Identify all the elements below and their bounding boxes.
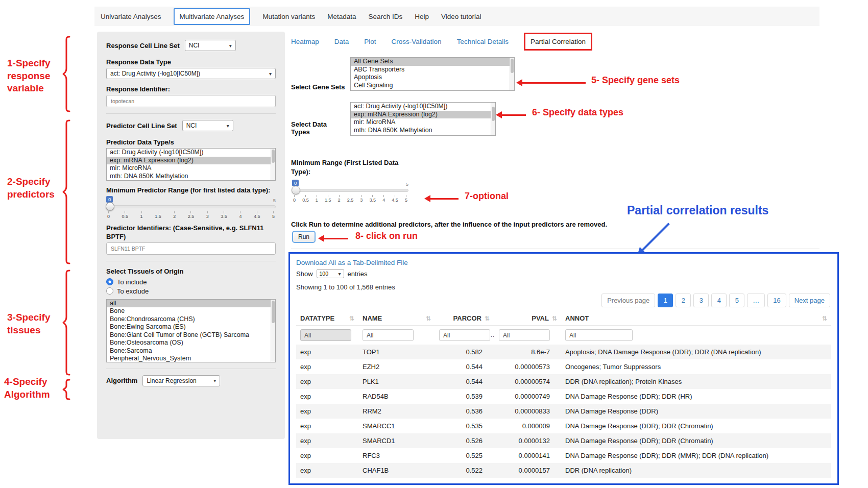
run-button[interactable]: Run: [292, 231, 316, 243]
option-peripheral-nervous-system[interactable]: Peripheral_Nervous_System: [107, 355, 275, 362]
sort-icon[interactable]: ⇅: [426, 315, 431, 322]
tab-plot[interactable]: Plot: [364, 34, 376, 50]
option-bone-sarcoma[interactable]: Bone:Sarcoma: [107, 347, 275, 355]
page-button-5[interactable]: 5: [729, 294, 744, 307]
scrollbar[interactable]: [491, 103, 495, 135]
scrollbar-thumb[interactable]: [272, 150, 275, 163]
tab-heatmap[interactable]: Heatmap: [291, 34, 319, 50]
showing-entries-text: Showing 1 to 100 of 1,568 entries: [296, 283, 831, 291]
tab-technical-details[interactable]: Technical Details: [457, 34, 509, 50]
entries-count-select[interactable]: 100 ▾: [317, 269, 344, 278]
min-predictor-range-slider[interactable]: 0 5 00.511.522.533.544.55: [106, 196, 276, 219]
slider-tick-label: 2.5: [347, 195, 354, 203]
nav-item-help[interactable]: Help: [415, 13, 429, 20]
filter-input-annot[interactable]: [565, 329, 633, 341]
pagination-ellipsis[interactable]: …: [747, 294, 765, 307]
option-mth-dna-850k-methylation[interactable]: mth: DNA 850K Methylation: [351, 127, 495, 135]
tissue-include-radio[interactable]: To include: [106, 278, 276, 286]
page-button-2[interactable]: 2: [676, 294, 691, 307]
data-types-list[interactable]: act: Drug Activity (-log10[IC50M])exp: m…: [350, 102, 496, 136]
sort-icon[interactable]: ⇅: [349, 315, 354, 322]
cell-annot: DNA Damage Response (DDR); DDR (MMR); DD…: [561, 448, 831, 463]
slider-track[interactable]: [106, 205, 276, 208]
page-button-next-page[interactable]: Next page: [789, 294, 830, 307]
download-all-link[interactable]: Download All as a Tab-Delimited File: [296, 259, 408, 266]
option-exp-mrna-expression-log2[interactable]: exp: mRNA Expression (log2): [351, 111, 495, 119]
filter-input-name[interactable]: [363, 329, 414, 341]
option-bone-giant-cell-tumor-of-bone-gctb-sarcoma[interactable]: Bone:Giant Cell Tumor of Bone (GCTB) Sar…: [107, 331, 275, 339]
option-exp-mrna-expression-log2[interactable]: exp: mRNA Expression (log2): [107, 157, 275, 165]
page-button-4[interactable]: 4: [711, 294, 727, 307]
scrollbar-thumb[interactable]: [272, 301, 275, 323]
option-bone-osteosarcoma-os[interactable]: Bone:Osteosarcoma (OS): [107, 339, 275, 347]
tab-data[interactable]: Data: [334, 34, 349, 50]
slider-tick-label: 0: [107, 211, 110, 219]
slider-ticks: 00.511.522.533.544.55: [107, 211, 275, 219]
option-bone[interactable]: Bone: [107, 307, 275, 315]
column-header-pval[interactable]: PVAL⇅: [494, 311, 561, 326]
option-all[interactable]: all: [107, 300, 275, 308]
cell-datatype: exp: [296, 433, 358, 448]
data-types-arrow-icon: [501, 114, 526, 116]
gene-sets-list[interactable]: All Gene SetsABC TransportersApoptosisCe…: [350, 57, 515, 91]
option-cell-signaling[interactable]: Cell Signaling: [351, 82, 514, 90]
gene-sets-block: Select Gene Sets All Gene SetsABC Transp…: [291, 57, 515, 91]
option-all-gene-sets[interactable]: All Gene Sets: [351, 58, 514, 66]
response-identifier-label: Response Identifier:: [106, 85, 276, 93]
option-mir-microrna[interactable]: mir: MicroRNA: [107, 164, 275, 173]
column-header-name[interactable]: NAME⇅: [358, 311, 435, 326]
nav-item-metadata[interactable]: Metadata: [327, 13, 356, 20]
scrollbar[interactable]: [271, 300, 275, 362]
scrollbar[interactable]: [271, 149, 275, 180]
page-button-16[interactable]: 16: [767, 294, 786, 307]
slider-handle[interactable]: [292, 186, 300, 194]
tissue-list[interactable]: allBoneBone:Chondrosarcoma (CHS)Bone:Ewi…: [106, 299, 276, 362]
slider-track[interactable]: [292, 189, 408, 192]
response-data-type-select[interactable]: act: Drug Activity (-log10[IC50M]) ▾: [106, 68, 276, 79]
cell-name: SMARCD1: [358, 433, 435, 448]
sort-icon[interactable]: ⇅: [822, 315, 827, 322]
option-mth-dna-850k-methylation[interactable]: mth: DNA 850K Methylation: [107, 173, 275, 181]
filter-input-pval[interactable]: [499, 329, 550, 341]
option-act-drug-activity-log10-ic50m[interactable]: act: Drug Activity (-log10[IC50M]): [351, 103, 495, 111]
option-abc-transporters[interactable]: ABC Transporters: [351, 66, 514, 74]
filter-input-datatype[interactable]: [300, 329, 351, 341]
slider-handle[interactable]: [106, 202, 114, 211]
option-mir-microrna[interactable]: mir: MicroRNA: [351, 118, 495, 127]
page-button-previous-page[interactable]: Previous page: [601, 294, 655, 307]
annotation-predictors: 2-Specify predictors: [7, 176, 68, 201]
response-identifier-input[interactable]: [106, 95, 276, 107]
option-bone-chondrosarcoma-chs[interactable]: Bone:Chondrosarcoma (CHS): [107, 315, 275, 324]
column-header-parcor[interactable]: PARCOR⇅: [435, 311, 494, 326]
table-row: expTOP10.5828.6e-7Apoptosis; DNA Damage …: [296, 345, 831, 359]
response-cell-line-select[interactable]: NCI ▾: [185, 40, 236, 51]
sort-icon[interactable]: ⇅: [485, 315, 490, 322]
algorithm-select[interactable]: Linear Regression ▾: [142, 375, 220, 386]
option-act-drug-activity-log10-ic50m[interactable]: act: Drug Activity (-log10[IC50M]): [107, 149, 275, 157]
slider-tick-label: 3: [360, 195, 363, 203]
nav-item-multivariate-analyses[interactable]: Multivariate Analyses: [174, 8, 251, 25]
page-button-1[interactable]: 1: [658, 294, 673, 307]
tissue-exclude-radio[interactable]: To exclude: [106, 287, 276, 295]
scrollbar-thumb[interactable]: [492, 107, 495, 121]
column-header-datatype[interactable]: DATATYPE⇅: [296, 311, 358, 326]
min-range-slider[interactable]: 0 5 00.511.522.533.544.55: [292, 180, 408, 203]
nav-item-univariate-analyses[interactable]: Univariate Analyses: [101, 13, 161, 20]
tab-cross-validation[interactable]: Cross-Validation: [392, 34, 442, 50]
brace-predictors-icon: [62, 119, 71, 264]
option-apoptosis[interactable]: Apoptosis: [351, 74, 514, 82]
predictor-identifiers-input[interactable]: [106, 242, 276, 255]
scrollbar[interactable]: [510, 58, 514, 90]
nav-item-search-ids[interactable]: Search IDs: [368, 13, 402, 20]
predictor-cell-line-select[interactable]: NCI ▾: [182, 120, 233, 131]
column-header-annot[interactable]: ANNOT⇅: [561, 311, 831, 326]
tab-partial-correlation[interactable]: Partial Correlation: [524, 33, 592, 51]
option-bone-ewing-sarcoma-es[interactable]: Bone:Ewing Sarcoma (ES): [107, 323, 275, 331]
predictor-data-types-list[interactable]: act: Drug Activity (-log10[IC50M])exp: m…: [106, 148, 276, 181]
scrollbar-thumb[interactable]: [511, 59, 514, 73]
page-button-3[interactable]: 3: [693, 294, 709, 307]
nav-item-video-tutorial[interactable]: Video tutorial: [441, 13, 481, 20]
filter-input-parcor[interactable]: [439, 329, 490, 341]
sort-icon[interactable]: ⇅: [552, 315, 557, 322]
nav-item-mutation-variants[interactable]: Mutation variants: [262, 13, 315, 20]
